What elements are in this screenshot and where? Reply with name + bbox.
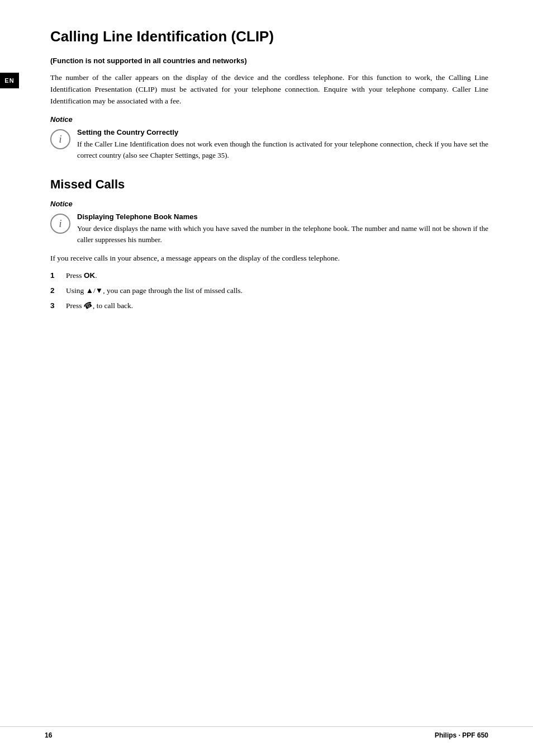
section1-subtitle: (Function is not supported in all countr…	[50, 55, 488, 67]
language-tab: EN	[0, 73, 19, 88]
footer: 16 Philips · PPF 650	[0, 726, 533, 739]
step-2-number: 2	[50, 285, 63, 297]
notice-text-1: If the Caller Line Identification does n…	[77, 139, 488, 160]
page: EN Calling Line Identification (CLIP) (F…	[0, 0, 533, 756]
page-number: 16	[45, 731, 52, 739]
step-3-text: Press ☎, to call back.	[66, 300, 488, 312]
info-icon-2: i	[50, 214, 70, 234]
section1-body: The number of the caller appears on the …	[50, 72, 488, 107]
notice-text-2: Your device displays the name with which…	[77, 223, 488, 245]
notice-content-1: Setting the Country Correctly If the Cal…	[77, 128, 488, 160]
step-3: 3 Press ☎, to call back.	[50, 300, 488, 312]
ok-key: OK	[84, 271, 95, 280]
step-1: 1 Press OK.	[50, 270, 488, 282]
section1-title: Calling Line Identification (CLIP)	[50, 28, 488, 45]
step-3-number: 3	[50, 300, 63, 312]
phone-icon: ☎	[82, 299, 95, 313]
section2-title: Missed Calls	[50, 177, 488, 192]
step-2: 2 Using ▲/▼, you can page through the li…	[50, 285, 488, 297]
notice-title-1: Setting the Country Correctly	[77, 128, 488, 136]
notice-label-1: Notice	[50, 115, 488, 124]
step-1-text: Press OK.	[66, 270, 488, 282]
brand-label: Philips · PPF 650	[435, 731, 488, 739]
arrow-keys: ▲/▼	[86, 286, 103, 295]
notice-title-2: Displaying Telephone Book Names	[77, 212, 488, 221]
notice-box-2: i Displaying Telephone Book Names Your d…	[50, 212, 488, 245]
info-icon-1: i	[50, 129, 70, 149]
steps-list: 1 Press OK. 2 Using ▲/▼, you can page th…	[50, 270, 488, 312]
section2-intro: If you receive calls in your absence, a …	[50, 253, 488, 264]
notice-label-2: Notice	[50, 200, 488, 208]
step-1-number: 1	[50, 270, 63, 282]
notice-content-2: Displaying Telephone Book Names Your dev…	[77, 212, 488, 245]
step-2-text: Using ▲/▼, you can page through the list…	[66, 285, 488, 297]
notice-box-1: i Setting the Country Correctly If the C…	[50, 128, 488, 160]
